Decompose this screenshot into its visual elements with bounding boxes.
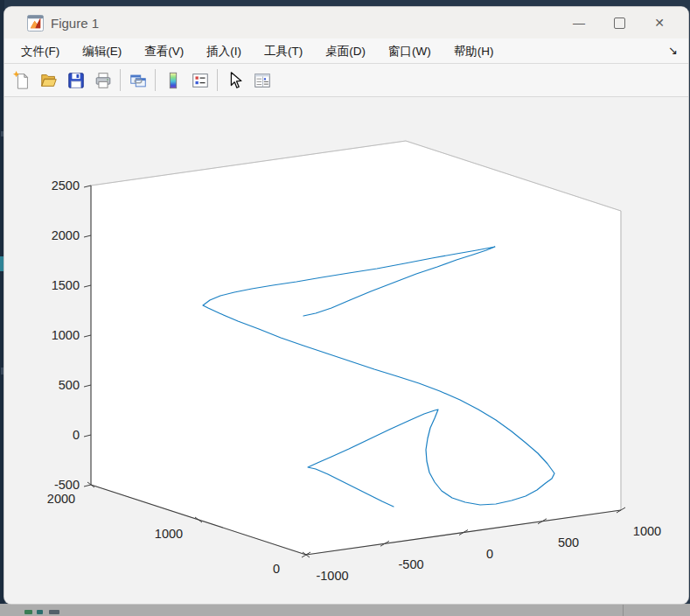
menu-item-help[interactable]: 帮助(H)	[443, 39, 505, 63]
tick-mark	[84, 385, 91, 387]
menu-item-desktop[interactable]: 桌面(D)	[314, 39, 377, 63]
toolbar-separator	[120, 69, 121, 91]
plot-browser-button[interactable]	[248, 67, 275, 94]
x-tick-label: 500	[558, 536, 579, 550]
background-window-fragment	[37, 610, 43, 614]
window-controls: — ✕	[559, 10, 680, 36]
desktop-bottom-strip	[0, 604, 690, 616]
tick-mark	[84, 186, 91, 187]
save-floppy-icon	[66, 71, 86, 90]
new-figure-button[interactable]	[8, 67, 35, 94]
tick-mark	[84, 435, 91, 437]
plot-browser-icon	[253, 71, 272, 90]
desktop-edge-mark	[1, 368, 3, 374]
background-window-fragment	[49, 610, 59, 614]
background-window-fragment	[24, 610, 32, 614]
y-tick-label: 0	[273, 562, 280, 576]
x-tick-label: 0	[486, 547, 493, 561]
link-plot-button[interactable]	[124, 67, 151, 94]
plot-svg[interactable]: -1000-50005001000010002000-5000500100015…	[4, 97, 688, 604]
y-tick-label: 1000	[155, 527, 183, 541]
tick-mark	[84, 285, 91, 287]
new-document-icon	[12, 71, 31, 90]
z-tick-label: 500	[59, 378, 80, 392]
z-tick-label: 0	[73, 428, 80, 442]
window-title: Figure 1	[51, 16, 559, 31]
menu-item-edit[interactable]: 编辑(E)	[71, 39, 133, 63]
titlebar[interactable]: Figure 1 — ✕	[4, 7, 688, 38]
menu-item-tools[interactable]: 工具(T)	[253, 39, 314, 63]
toolbar-separator	[217, 69, 218, 91]
matlab-desktop: Figure 1 — ✕ 文件(F) 编辑(E) 查看(V) 插入(I) 工具(…	[0, 0, 690, 616]
maximize-button[interactable]	[599, 10, 639, 36]
z-tick-label: 1000	[52, 328, 80, 342]
toolbar-separator	[155, 69, 156, 91]
z-tick-label: -500	[54, 478, 80, 492]
open-file-button[interactable]	[35, 67, 62, 94]
minimize-button[interactable]: —	[559, 10, 599, 36]
menubar: 文件(F) 编辑(E) 查看(V) 插入(I) 工具(T) 桌面(D) 窗口(W…	[4, 38, 688, 64]
open-folder-icon	[39, 71, 59, 90]
x-tick-label: 1000	[633, 524, 661, 538]
z-tick-label: 2000	[52, 228, 80, 242]
dock-figure-icon[interactable]: ↘	[668, 38, 678, 62]
figure-toolbar	[4, 64, 688, 97]
tick-mark	[84, 485, 91, 486]
legend-icon	[191, 71, 210, 90]
insert-legend-button[interactable]	[186, 67, 213, 94]
x-tick-label: -1000	[316, 569, 348, 583]
menu-item-window[interactable]: 窗口(W)	[377, 39, 443, 63]
tick-mark	[84, 235, 91, 237]
save-figure-button[interactable]	[62, 67, 89, 94]
background-window-seam	[623, 604, 624, 616]
plot-canvas[interactable]: -1000-50005001000010002000-5000500100015…	[4, 97, 688, 604]
desktop-edge-mark	[1, 131, 3, 136]
axes-box-walls	[91, 141, 621, 555]
printer-icon	[94, 71, 113, 90]
figure-window: Figure 1 — ✕ 文件(F) 编辑(E) 查看(V) 插入(I) 工具(…	[4, 7, 688, 604]
y-tick-label: 2000	[47, 492, 75, 506]
matlab-logo-icon	[27, 15, 44, 32]
menu-item-file[interactable]: 文件(F)	[10, 39, 71, 63]
menu-item-view[interactable]: 查看(V)	[133, 39, 195, 63]
close-button[interactable]: ✕	[639, 10, 680, 36]
insert-colorbar-button[interactable]	[159, 67, 186, 94]
x-tick-label: -500	[398, 557, 423, 571]
cursor-arrow-icon	[226, 71, 245, 90]
link-plot-icon	[129, 71, 148, 90]
print-figure-button[interactable]	[89, 67, 116, 94]
z-tick-label: 2500	[52, 178, 80, 192]
tick-mark	[84, 335, 91, 337]
edit-plot-pointer-button[interactable]	[221, 67, 248, 94]
maximize-icon	[614, 18, 625, 29]
menu-item-insert[interactable]: 插入(I)	[195, 39, 253, 63]
z-tick-label: 1500	[52, 278, 80, 292]
colorbar-icon	[164, 71, 183, 90]
